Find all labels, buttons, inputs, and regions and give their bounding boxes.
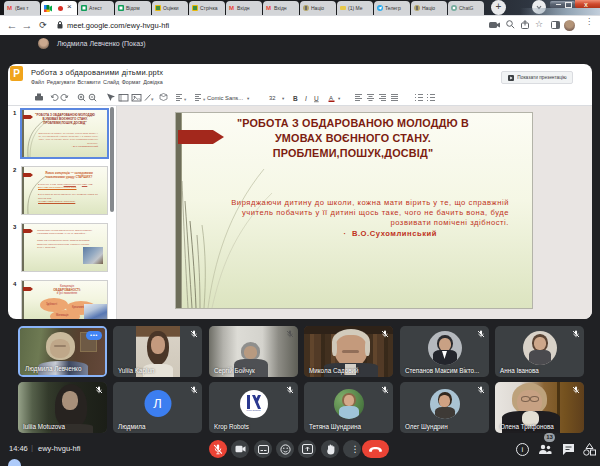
svg-text:▾: ▾ — [151, 96, 154, 102]
svg-text:A: A — [329, 95, 333, 101]
svg-text:▾: ▾ — [247, 96, 250, 101]
svg-text:▾: ▾ — [203, 97, 206, 102]
svg-text:U: U — [314, 95, 319, 102]
svg-text:Comic Sans...: Comic Sans... — [207, 95, 243, 101]
svg-text:I: I — [305, 95, 307, 102]
svg-text:▾: ▾ — [184, 97, 187, 102]
svg-text:32: 32 — [269, 95, 275, 101]
svg-text:B: B — [293, 95, 298, 102]
svg-text:▾: ▾ — [282, 96, 285, 101]
svg-text:▾: ▾ — [338, 96, 341, 101]
